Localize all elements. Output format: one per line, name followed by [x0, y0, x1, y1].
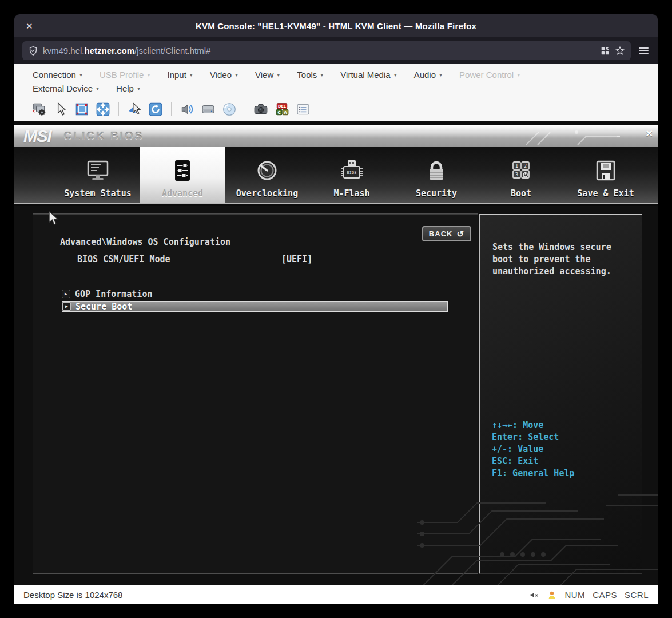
caret-down-icon: ▾ — [96, 85, 99, 92]
svg-text:1: 1 — [515, 163, 518, 169]
tab-system-status[interactable]: System Status — [55, 147, 140, 203]
menu-audio[interactable]: Audio▾ — [414, 70, 442, 80]
url-domain: hetzner.com — [85, 46, 135, 56]
menu-input[interactable]: Input▾ — [167, 70, 192, 80]
kvm-settings-icon[interactable] — [31, 101, 47, 117]
bios-chip-icon: BIOS — [338, 160, 365, 185]
menu-usb-profile: USB Profile▾ — [100, 70, 150, 80]
audio-icon[interactable] — [179, 101, 195, 117]
caret-down-icon: ▾ — [394, 72, 397, 78]
menu-help[interactable]: Help▾ — [116, 84, 140, 93]
kvm-remote-screen[interactable]: MSI CLICK BIOS ✕ System Status Advanced — [14, 121, 658, 585]
back-button[interactable]: BACK ↺ — [422, 226, 471, 241]
caret-down-icon: ▾ — [235, 72, 238, 78]
menu-power-control: Power Control▾ — [459, 70, 520, 80]
key-hint-select: Enter: Select — [492, 431, 575, 443]
bios-tab-bar: System Status Advanced Overclocking BIOS… — [14, 147, 658, 204]
window-titlebar: ✕ KVM Console: "HEL1-KVM49" - HTML KVM C… — [14, 14, 658, 37]
speaker-muted-icon[interactable] — [529, 590, 539, 600]
bookmark-star-icon[interactable] — [615, 46, 625, 56]
screenshot-icon[interactable] — [253, 101, 269, 117]
bios-main-panel: Advanced\Windows OS Configuration BIOS C… — [33, 213, 478, 574]
caret-down-icon: ▾ — [147, 72, 150, 78]
click-bios-logo: CLICK BIOS — [64, 130, 144, 142]
svg-text:3: 3 — [515, 172, 518, 177]
svg-text:BIOS: BIOS — [347, 171, 357, 175]
menu-hamburger-icon[interactable] — [638, 45, 650, 57]
bios-close-icon[interactable]: ✕ — [646, 128, 653, 139]
menu-video[interactable]: Video▾ — [210, 70, 238, 80]
scroll-lock-indicator: SCRL — [625, 590, 649, 600]
bios-help-panel: Sets the Windows secure boot to prevent … — [479, 214, 642, 574]
kvm-toolbar: DELCA — [14, 97, 658, 121]
kvm-menubar: Connection▾ USB Profile▾ Input▾ Video▾ V… — [14, 64, 658, 97]
caret-down-icon: ▾ — [190, 72, 193, 78]
sliders-icon — [169, 160, 196, 185]
key-legend: ↑↓→←: Move Enter: Select +/-: Value ESC:… — [492, 419, 575, 480]
shield-icon[interactable] — [28, 46, 38, 56]
back-arrow-icon: ↺ — [456, 229, 464, 239]
bios-header: MSI CLICK BIOS ✕ — [14, 125, 658, 147]
firefox-window: ✕ KVM Console: "HEL1-KVM49" - HTML KVM C… — [14, 14, 658, 604]
user-session-icon — [547, 590, 557, 600]
window-title: KVM Console: "HEL1-KVM49" - HTML KVM Cli… — [14, 21, 658, 31]
menu-view[interactable]: View▾ — [255, 70, 280, 80]
virtual-cd-icon[interactable] — [221, 101, 237, 117]
menu-item-secure-boot[interactable]: ▶ Secure Boot — [62, 301, 448, 312]
gauge-icon — [253, 160, 281, 185]
extensions-grid-icon[interactable] — [600, 46, 610, 56]
padlock-icon — [423, 160, 450, 185]
floppy-icon — [592, 160, 619, 185]
fullscreen-icon[interactable] — [95, 101, 111, 117]
tab-advanced[interactable]: Advanced — [140, 147, 225, 203]
url-toolbar: kvm49.hel.hetzner.com/jsclient/Client.ht… — [14, 37, 658, 64]
window-close-button[interactable]: ✕ — [26, 22, 33, 30]
help-description: Sets the Windows secure boot to prevent … — [492, 241, 625, 278]
address-bar[interactable]: kvm49.hel.hetzner.com/jsclient/Client.ht… — [22, 41, 631, 60]
key-hint-exit: ESC: Exit — [492, 455, 575, 468]
caret-down-icon: ▾ — [137, 85, 140, 92]
url-path: /jsclient/Client.html# — [134, 46, 210, 56]
fit-window-icon[interactable] — [74, 101, 90, 117]
key-hint-value: +/-: Value — [492, 443, 575, 455]
menu-virtual-media[interactable]: Virtual Media▾ — [340, 70, 396, 80]
monitor-icon — [84, 160, 112, 185]
mouse-sync-icon[interactable] — [126, 101, 142, 117]
menu-connection[interactable]: Connection▾ — [33, 70, 82, 80]
menu-tools[interactable]: Tools▾ — [297, 70, 323, 80]
tab-save-exit[interactable]: Save & Exit — [563, 147, 648, 203]
status-message: Desktop Size is 1024x768 — [23, 590, 122, 600]
submenu-arrow-icon: ▶ — [62, 290, 70, 298]
refresh-icon[interactable] — [148, 101, 164, 117]
tab-m-flash[interactable]: BIOS M-Flash — [309, 147, 394, 203]
breadcrumb: Advanced\Windows OS Configuration — [60, 237, 230, 247]
svg-text:2: 2 — [524, 163, 527, 169]
key-hint-help: F1: General Help — [492, 468, 575, 480]
setting-label: BIOS CSM/UEFI Mode — [77, 254, 170, 264]
boot-order-icon: 123 — [507, 160, 535, 185]
caret-down-icon: ▾ — [320, 72, 323, 78]
key-hint-move: ↑↓→←: Move — [492, 419, 575, 431]
menu-external-device[interactable]: External Device▾ — [33, 84, 99, 93]
url-text[interactable]: kvm49.hel.hetzner.com/jsclient/Client.ht… — [43, 46, 595, 56]
caret-down-icon: ▾ — [439, 72, 442, 78]
num-lock-indicator: NUM — [564, 590, 585, 600]
caret-down-icon: ▾ — [277, 72, 280, 78]
svg-text:C: C — [278, 109, 281, 114]
toolbar-separator — [171, 102, 172, 116]
svg-text:A: A — [284, 109, 287, 114]
session-log-icon[interactable] — [295, 101, 311, 117]
svg-text:DEL: DEL — [278, 104, 286, 108]
tab-overclocking[interactable]: Overclocking — [225, 147, 309, 203]
menu-item-gop-information[interactable]: ▶ GOP Information — [62, 288, 152, 299]
kvm-statusbar: Desktop Size is 1024x768 NUM CAPS SCRL — [14, 585, 658, 604]
submenu-arrow-icon: ▶ — [62, 302, 71, 311]
setting-value[interactable]: [UEFI] — [281, 254, 312, 264]
bios-content-area: Advanced\Windows OS Configuration BIOS C… — [14, 206, 658, 585]
virtual-drive-icon[interactable] — [200, 101, 216, 117]
pointer-icon[interactable] — [53, 101, 69, 117]
msi-logo: MSI — [23, 127, 51, 146]
tab-security[interactable]: Security — [394, 147, 479, 203]
tab-boot[interactable]: 123 Boot — [479, 147, 563, 203]
ctrl-alt-del-icon[interactable]: DELCA — [274, 101, 290, 117]
